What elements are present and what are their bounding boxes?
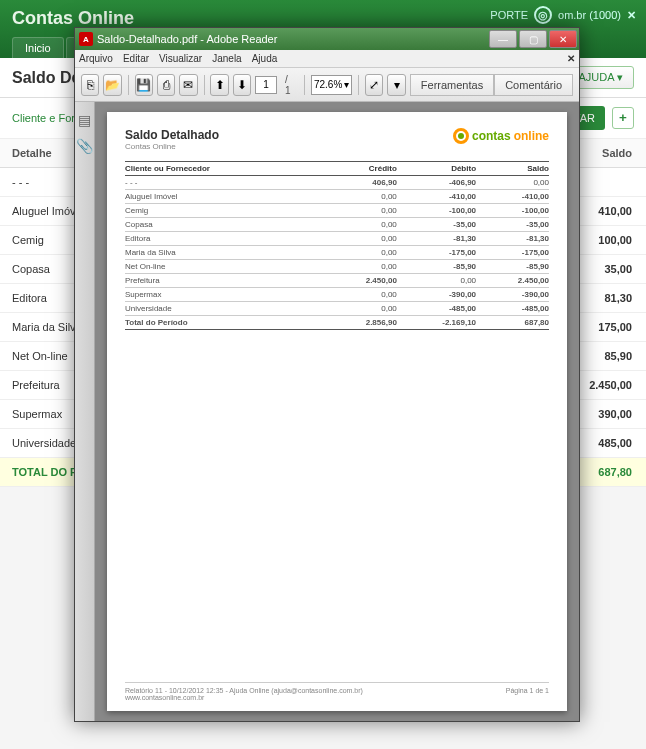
footer-left: Relatório 11 - 10/12/2012 12:35 - Ajuda … xyxy=(125,687,363,694)
pdf-total-row: Total do Período2.856,90-2.169,10687,80 xyxy=(125,316,549,330)
pdf-reader-window: A Saldo-Detalhado.pdf - Adobe Reader — ▢… xyxy=(74,27,580,722)
menu-editar[interactable]: Editar xyxy=(123,53,149,64)
pdf-col-debito: Débito xyxy=(397,162,476,176)
print-icon[interactable]: ⎙ xyxy=(157,74,175,96)
comentario-tab[interactable]: Comentário xyxy=(494,74,573,96)
pdf-icon: A xyxy=(79,32,93,46)
mail-icon[interactable]: ✉ xyxy=(179,74,197,96)
fit-icon[interactable]: ⤢ xyxy=(365,74,383,96)
pdf-table-row: Cemig0,00-100,00-100,00 xyxy=(125,204,549,218)
account-close-icon[interactable]: ✕ xyxy=(627,9,636,22)
page-viewport[interactable]: Saldo Detalhado Contas Online contasonli… xyxy=(95,102,579,721)
pdf-table-row: Maria da Silva0,00-175,00-175,00 xyxy=(125,246,549,260)
pdf-footer: Relatório 11 - 10/12/2012 12:35 - Ajuda … xyxy=(125,682,549,701)
pdf-table-row: Net On-line0,00-85,90-85,90 xyxy=(125,260,549,274)
attachments-icon[interactable]: 📎 xyxy=(76,138,93,154)
read-mode-icon[interactable]: ▾ xyxy=(387,74,405,96)
pdf-table: Cliente ou Fornecedor Crédito Débito Sal… xyxy=(125,161,549,330)
doc-logo: contasonline xyxy=(453,128,549,144)
add-button[interactable]: + xyxy=(612,107,634,129)
doc-subtitle: Contas Online xyxy=(125,142,219,151)
document-area: ▤ 📎 Saldo Detalhado Contas Online contas… xyxy=(75,102,579,721)
menu-arquivo[interactable]: Arquivo xyxy=(79,53,113,64)
logo-text-1: contas xyxy=(472,129,511,143)
ferramentas-tab[interactable]: Ferramentas xyxy=(410,74,494,96)
export-pdf-icon[interactable]: ⎘ xyxy=(81,74,99,96)
maximize-button[interactable]: ▢ xyxy=(519,30,547,48)
pdf-col-cliente: Cliente ou Fornecedor xyxy=(125,162,324,176)
pdf-page: Saldo Detalhado Contas Online contasonli… xyxy=(107,112,567,711)
brand-icon: ◎ xyxy=(534,6,552,24)
pdf-table-row: Editora0,00-81,30-81,30 xyxy=(125,232,549,246)
pdf-table-row: Universidade0,00-485,00-485,00 xyxy=(125,302,549,316)
page-down-icon[interactable]: ⬇ xyxy=(233,74,251,96)
page-number-input[interactable] xyxy=(255,76,277,94)
menu-bar: Arquivo Editar Visualizar Janela Ajuda ✕ xyxy=(75,50,579,68)
suporte-label[interactable]: PORTE xyxy=(490,9,528,21)
window-controls: — ▢ ✕ xyxy=(489,30,579,48)
pdf-table-row: Aluguel Imóvel0,00-410,00-410,00 xyxy=(125,190,549,204)
window-title: Saldo-Detalhado.pdf - Adobe Reader xyxy=(97,33,277,45)
menu-visualizar[interactable]: Visualizar xyxy=(159,53,202,64)
open-icon[interactable]: 📂 xyxy=(103,74,121,96)
save-icon[interactable]: 💾 xyxy=(135,74,153,96)
minimize-button[interactable]: — xyxy=(489,30,517,48)
menu-janela[interactable]: Janela xyxy=(212,53,241,64)
toolbar: ⎘ 📂 💾 ⎙ ✉ ⬆ ⬇ / 1 72.6% ▾ ⤢ ▾ Ferramenta… xyxy=(75,68,579,102)
window-titlebar[interactable]: A Saldo-Detalhado.pdf - Adobe Reader — ▢… xyxy=(75,28,579,50)
pdf-table-row: - - -406,90-406,900,00 xyxy=(125,176,549,190)
menu-ajuda[interactable]: Ajuda xyxy=(252,53,278,64)
close-button[interactable]: ✕ xyxy=(549,30,577,48)
page-up-icon[interactable]: ⬆ xyxy=(210,74,228,96)
page-total: / 1 xyxy=(285,74,294,96)
pdf-table-row: Prefeitura2.450,000,002.450,00 xyxy=(125,274,549,288)
pdf-col-credito: Crédito xyxy=(324,162,397,176)
thumbnails-icon[interactable]: ▤ xyxy=(78,112,91,128)
zoom-select[interactable]: 72.6% ▾ xyxy=(311,75,352,95)
doc-title: Saldo Detalhado xyxy=(125,128,219,142)
pdf-col-saldo: Saldo xyxy=(476,162,549,176)
side-panel: ▤ 📎 xyxy=(75,102,95,721)
account-label: om.br (1000) xyxy=(558,9,621,21)
footer-right: Página 1 de 1 xyxy=(506,687,549,701)
footer-site: www.contasonline.com.br xyxy=(125,694,363,701)
pdf-table-row: Copasa0,00-35,00-35,00 xyxy=(125,218,549,232)
header-right: PORTE ◎ om.br (1000) ✕ xyxy=(490,6,636,24)
logo-text-2: online xyxy=(514,129,549,143)
pdf-table-row: Supermax0,00-390,00-390,00 xyxy=(125,288,549,302)
menu-close-icon[interactable]: ✕ xyxy=(567,53,575,64)
logo-icon xyxy=(453,128,469,144)
nav-inicio[interactable]: Inicio xyxy=(12,37,64,58)
